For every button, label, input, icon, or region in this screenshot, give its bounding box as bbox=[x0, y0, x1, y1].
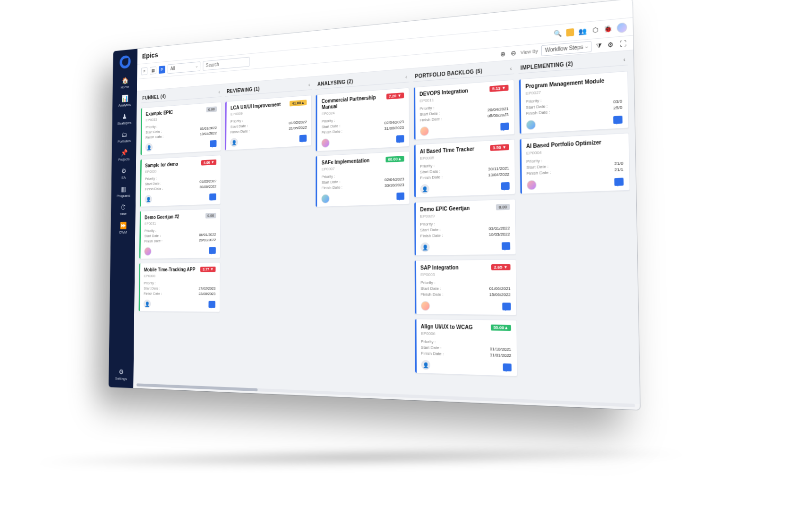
search-input[interactable] bbox=[203, 57, 249, 70]
start-label: Start Date : bbox=[420, 286, 463, 291]
comment-icon[interactable] bbox=[500, 122, 509, 130]
zoom-in-icon[interactable]: ⊕ bbox=[499, 50, 506, 58]
finish-value: 29/0 bbox=[584, 105, 622, 112]
column-title: REVIEWING (1) bbox=[227, 86, 260, 94]
epic-card[interactable]: AI Based Time TrackerEP00053.50 ▼Priorit… bbox=[413, 139, 515, 198]
sidebar-item-ea[interactable]: ⚙EA bbox=[116, 164, 132, 183]
comment-icon[interactable] bbox=[396, 193, 404, 200]
app-logo-icon[interactable] bbox=[120, 55, 130, 69]
column-implementing: IMPLEMENTING (2)‹Program Management Modu… bbox=[516, 54, 636, 400]
sidebar-item-strategies[interactable]: ♟Strategies bbox=[116, 109, 132, 129]
assignee-avatar-icon[interactable]: 👤 bbox=[420, 243, 429, 252]
epic-card[interactable]: Demo Geertjan #2EP00310.00Priority :Star… bbox=[138, 208, 221, 259]
score-badge: 41.00▲ bbox=[290, 100, 307, 106]
column-title: FUNNEL (4) bbox=[142, 94, 166, 101]
fullscreen-icon[interactable]: ⛶ bbox=[618, 39, 627, 48]
epic-card[interactable]: Commercial Partnership ManualEP00247.20 … bbox=[315, 87, 409, 151]
status-stripe bbox=[414, 319, 416, 373]
assignee-avatar-icon[interactable]: 👤 bbox=[145, 143, 152, 152]
assignee-avatar-icon[interactable]: 👤 bbox=[230, 138, 238, 147]
users-icon[interactable]: 👥 bbox=[577, 27, 588, 35]
view-list-icon[interactable]: ≡ bbox=[141, 67, 147, 75]
comment-icon[interactable] bbox=[210, 140, 216, 147]
epic-card[interactable]: Sample for demoEP00304.00 ▼Priority :Sta… bbox=[139, 155, 221, 207]
collapse-icon[interactable]: ‹ bbox=[623, 57, 625, 63]
sidebar-label: CWM bbox=[119, 230, 127, 235]
comment-icon[interactable] bbox=[209, 247, 216, 254]
bug-icon[interactable]: 🐞 bbox=[602, 25, 613, 34]
assignee-avatar-icon[interactable] bbox=[144, 247, 152, 256]
comment-icon[interactable] bbox=[613, 116, 623, 124]
sidebar-item-time[interactable]: ⏱Time bbox=[115, 201, 131, 219]
filter-icon[interactable]: ⧩ bbox=[595, 42, 603, 50]
priority-label: Priority : bbox=[420, 221, 463, 227]
comment-icon[interactable] bbox=[501, 182, 509, 190]
comment-icon[interactable] bbox=[501, 242, 510, 250]
sidebar-item-cwm[interactable]: ⏩CWM bbox=[115, 219, 131, 237]
epic-card[interactable]: Mobile Time-Tracking APPEP00083.77 ▼Prio… bbox=[138, 262, 220, 312]
comment-icon[interactable] bbox=[502, 303, 510, 310]
status-stripe bbox=[519, 79, 521, 134]
comment-icon[interactable] bbox=[614, 178, 624, 186]
assignee-avatar-icon[interactable] bbox=[321, 138, 330, 148]
collapse-icon[interactable]: ‹ bbox=[218, 89, 220, 94]
assignee-avatar-icon[interactable]: 👤 bbox=[420, 184, 429, 194]
card-title: Mobile Time-Tracking APP bbox=[144, 267, 195, 273]
hierarchy-icon[interactable]: ⬡ bbox=[591, 25, 599, 34]
page-title: Epics bbox=[142, 50, 158, 60]
assignee-avatar-icon[interactable] bbox=[419, 126, 428, 136]
assignee-avatar-icon[interactable]: 👤 bbox=[143, 300, 151, 308]
sidebar-item-projects[interactable]: 📌Projects bbox=[116, 146, 132, 165]
column-reviewing: REVIEWING (1)‹LCA UX/UI ImprovementEP000… bbox=[221, 80, 314, 387]
search-icon[interactable]: 🔍 bbox=[552, 29, 563, 37]
comment-icon[interactable] bbox=[299, 135, 307, 142]
view-grid-icon[interactable]: ▦ bbox=[150, 66, 156, 74]
epic-card[interactable]: Align UI/UX to WCAGEP000655.00▲Priority … bbox=[414, 319, 517, 377]
score-badge: 60.00▲ bbox=[385, 156, 404, 162]
view-board-icon[interactable]: P bbox=[158, 66, 165, 74]
score-badge: 4.00 ▼ bbox=[201, 160, 216, 166]
epic-card[interactable]: DEVOPS IntegrationEP00115.13 ▼Priority :… bbox=[413, 79, 514, 140]
assignee-avatar-icon[interactable] bbox=[526, 180, 536, 190]
nav-icon: ▦ bbox=[116, 185, 130, 193]
epic-card[interactable]: Example EPICEP00330.00Priority :Start Da… bbox=[140, 101, 221, 155]
collapse-icon[interactable]: ‹ bbox=[405, 74, 407, 80]
status-stripe bbox=[140, 108, 142, 155]
epic-card[interactable]: Demo EPIC GeertjanEP00290.00Priority :St… bbox=[413, 199, 516, 256]
sidebar-item-home[interactable]: 🏠Home bbox=[117, 73, 133, 93]
finish-label: Finish Date : bbox=[420, 292, 463, 297]
settings-icon[interactable]: ⚙ bbox=[606, 40, 615, 49]
finish-value: 31/01/2022 bbox=[469, 352, 511, 358]
assignee-avatar-icon[interactable] bbox=[321, 194, 330, 203]
epic-card[interactable]: AI Based Portfolio OptimizerEP0004Priori… bbox=[519, 133, 630, 194]
sidebar-item-analytics[interactable]: 📊Analytics bbox=[117, 91, 133, 110]
user-avatar-icon[interactable] bbox=[616, 22, 627, 33]
zoom-out-icon[interactable]: ⊖ bbox=[510, 49, 517, 57]
assignee-avatar-icon[interactable]: 👤 bbox=[145, 195, 152, 204]
collapse-icon[interactable]: ‹ bbox=[510, 66, 512, 72]
comment-icon[interactable] bbox=[396, 135, 404, 143]
comment-icon[interactable] bbox=[503, 363, 511, 371]
comment-icon[interactable] bbox=[209, 193, 216, 201]
score-badge: 0.00 bbox=[496, 204, 510, 210]
sidebar-item-programs[interactable]: ▦Programs bbox=[115, 182, 131, 201]
finish-value: 22/08/2023 bbox=[182, 292, 215, 296]
assignee-avatar-icon[interactable] bbox=[526, 120, 536, 130]
column-portfolio-backlog: PORTFOLIO BACKLOG (5)‹DEVOPS Integration… bbox=[411, 63, 520, 396]
note-badge-icon[interactable] bbox=[566, 28, 574, 36]
sidebar-item-settings[interactable]: ⚙ Settings bbox=[109, 365, 134, 384]
epic-card[interactable]: SAP IntegrationEP00032.65 ▼Priority :Sta… bbox=[414, 259, 517, 315]
comment-icon[interactable] bbox=[208, 301, 215, 308]
assignee-avatar-icon[interactable]: 👤 bbox=[421, 360, 430, 370]
start-value: 01/06/2021 bbox=[469, 286, 511, 291]
assignee-avatar-icon[interactable] bbox=[420, 301, 429, 311]
sidebar-item-portfolios[interactable]: 🗂Portfolios bbox=[116, 127, 132, 146]
epic-card[interactable]: SAFe ImplementationEP000760.00▲Priority … bbox=[315, 151, 410, 207]
viewby-select[interactable]: Workflow Steps bbox=[541, 41, 591, 56]
status-stripe bbox=[316, 156, 317, 207]
card-id: EP0033 bbox=[145, 116, 173, 122]
epic-card[interactable]: LCA UX/UI ImprovementEP000941.00▲Priorit… bbox=[224, 95, 312, 151]
filter-select[interactable]: All bbox=[167, 61, 200, 74]
collapse-icon[interactable]: ‹ bbox=[308, 82, 310, 88]
epic-card[interactable]: Program Management ModuleEP0027Priority … bbox=[518, 71, 629, 135]
